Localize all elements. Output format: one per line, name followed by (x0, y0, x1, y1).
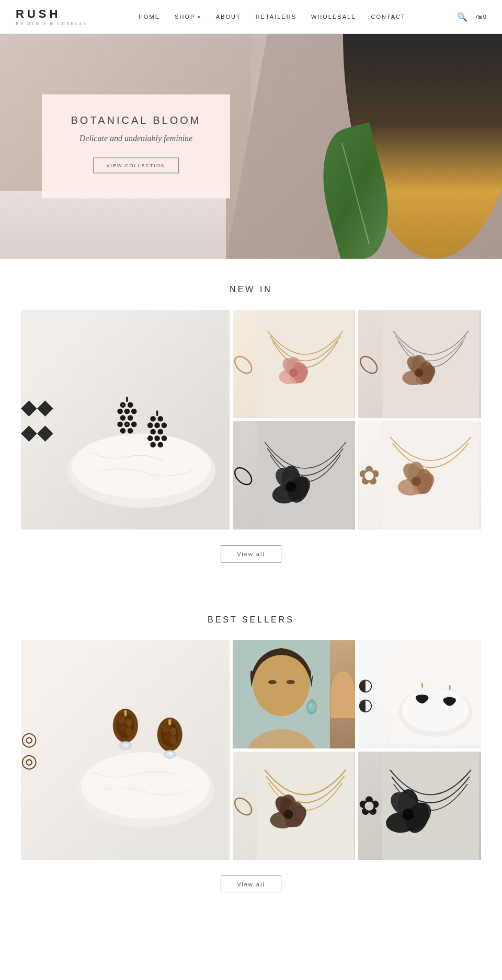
svg-point-9 (128, 415, 133, 421)
svg-point-78 (169, 752, 173, 755)
svg-point-91 (402, 688, 469, 732)
svg-point-25 (147, 435, 153, 441)
svg-rect-69 (124, 710, 127, 717)
svg-point-19 (157, 416, 163, 422)
hero-marble (0, 191, 226, 259)
svg-point-20 (147, 422, 153, 428)
model-earrings-image (233, 640, 356, 748)
new-in-view-all-button[interactable]: View all (221, 545, 281, 563)
svg-point-75 (170, 736, 176, 745)
svg-point-36 (289, 368, 298, 377)
pink-necklace-image (233, 310, 356, 418)
best-sellers-title: BEST SELLERS (21, 615, 481, 625)
nav-about[interactable]: ABOUT (216, 14, 241, 20)
bs-item-5[interactable] (358, 752, 481, 860)
svg-rect-92 (421, 683, 423, 687)
svg-point-1 (72, 434, 211, 499)
svg-point-14 (128, 428, 133, 434)
hero-text-box: BOTANICAL BLOOM Delicate and undeniably … (42, 95, 230, 199)
nav-shop[interactable]: SHOP (175, 14, 201, 20)
svg-point-59 (81, 752, 210, 818)
nav-wholesale[interactable]: WHOLESALE (311, 14, 356, 20)
dark-necklace-image (358, 752, 481, 860)
svg-rect-98 (257, 752, 353, 860)
hero-subtitle: Delicate and undeniably feminine (68, 134, 204, 143)
nav-icons: 🔍 🛍 0 (457, 12, 486, 22)
svg-point-26 (154, 435, 160, 441)
nav-home[interactable]: HOME (139, 14, 160, 20)
svg-point-104 (283, 810, 293, 819)
svg-point-16 (126, 423, 128, 425)
nav-retailers[interactable]: RETAILERS (256, 14, 296, 20)
bs-item-2[interactable] (233, 640, 356, 748)
svg-point-65 (126, 727, 132, 736)
new-in-title: NEW IN (21, 285, 481, 294)
svg-rect-30 (257, 310, 353, 418)
svg-point-7 (131, 409, 137, 414)
svg-point-10 (117, 422, 123, 428)
svg-point-97 (443, 697, 456, 703)
cart-icon[interactable]: 🛍 0 (476, 14, 486, 20)
svg-point-29 (157, 442, 163, 448)
svg-point-24 (157, 429, 163, 435)
bw-earrings-image (358, 640, 481, 748)
svg-point-111 (403, 809, 414, 820)
hero-cta-button[interactable]: VIEW COLLECTION (93, 158, 178, 174)
brand-logo[interactable]: RUSH BY DENIS & CHARLES (16, 7, 87, 26)
svg-point-68 (124, 743, 128, 746)
brand-tagline: BY DENIS & CHARLES (16, 21, 87, 26)
dusty-rose-necklace-image (358, 421, 481, 529)
new-in-section: NEW IN (0, 285, 502, 615)
cart-count: 0 (483, 14, 486, 20)
svg-point-28 (150, 442, 156, 448)
nav-contact[interactable]: CONTACT (371, 14, 405, 20)
svg-point-23 (150, 429, 156, 435)
navigation: RUSH BY DENIS & CHARLES HOME SHOP ABOUT … (0, 0, 502, 34)
new-in-item-4[interactable] (233, 421, 356, 529)
svg-point-43 (415, 368, 424, 377)
svg-point-57 (412, 477, 421, 486)
bs-item-4[interactable] (233, 752, 356, 860)
svg-point-50 (286, 481, 296, 492)
new-in-item-1[interactable] (21, 310, 230, 529)
new-in-item-5[interactable] (358, 421, 481, 529)
svg-point-13 (120, 428, 126, 434)
brand-name: RUSH (16, 7, 87, 21)
svg-rect-79 (168, 719, 171, 725)
new-in-item-3[interactable] (358, 310, 481, 418)
svg-point-63 (126, 719, 132, 727)
svg-point-5 (117, 409, 123, 414)
brown-necklace-image (358, 310, 481, 418)
svg-point-72 (163, 724, 170, 733)
black-flower-necklace-image (233, 421, 356, 529)
svg-point-83 (268, 680, 277, 684)
svg-point-73 (170, 728, 176, 735)
black-earrings-image (21, 310, 230, 529)
svg-point-6 (124, 409, 130, 414)
search-icon[interactable]: 🔍 (457, 12, 467, 22)
svg-rect-17 (156, 410, 158, 416)
new-in-view-all-wrap: View all (21, 545, 481, 563)
nav-links: HOME SHOP ABOUT RETAILERS WHOLESALE CONT… (139, 14, 406, 20)
best-sellers-view-all-wrap: View all (21, 875, 481, 893)
svg-point-27 (162, 435, 167, 441)
bs-item-3[interactable] (358, 640, 481, 748)
svg-point-94 (416, 695, 428, 700)
svg-point-87 (308, 702, 315, 712)
hero-title: BOTANICAL BLOOM (68, 114, 204, 126)
svg-point-12 (131, 422, 137, 428)
bs-item-1[interactable] (21, 640, 230, 860)
svg-point-15 (122, 404, 124, 406)
new-in-item-2[interactable] (233, 310, 356, 418)
svg-point-8 (120, 415, 126, 421)
svg-rect-95 (449, 685, 451, 690)
svg-point-22 (162, 422, 167, 428)
svg-point-62 (118, 716, 126, 724)
svg-point-4 (128, 402, 133, 408)
gold-flower-necklace-image (233, 752, 356, 860)
svg-point-21 (154, 422, 160, 428)
svg-point-84 (287, 680, 295, 684)
svg-point-18 (150, 416, 156, 422)
tortoise-earrings-image (21, 640, 230, 860)
best-sellers-view-all-button[interactable]: View all (221, 875, 281, 893)
